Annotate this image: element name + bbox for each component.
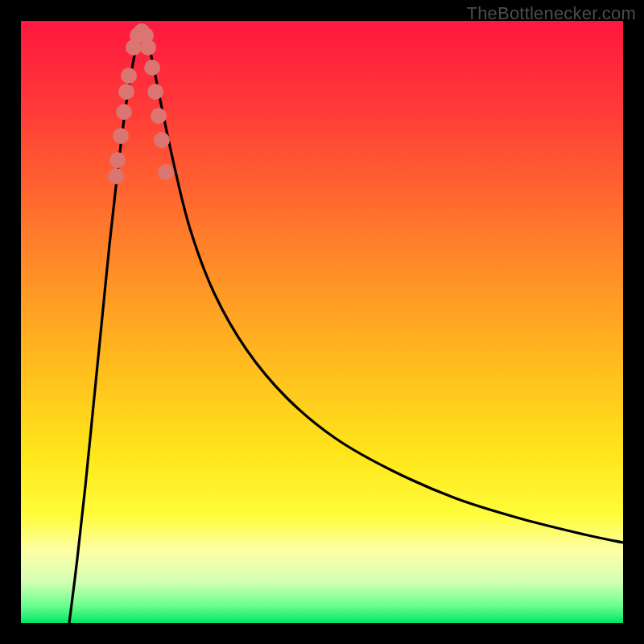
gradient-background xyxy=(21,21,623,623)
marker-point xyxy=(113,128,129,144)
marker-point xyxy=(158,164,174,180)
plot-svg xyxy=(21,21,623,623)
marker-point xyxy=(109,152,126,168)
marker-point xyxy=(151,108,167,124)
marker-point xyxy=(116,104,132,120)
marker-point xyxy=(140,39,156,56)
outer-frame: TheBottlenecker.com xyxy=(0,0,644,644)
marker-point xyxy=(144,60,160,76)
marker-point xyxy=(121,68,137,84)
marker-point xyxy=(118,84,134,100)
marker-point xyxy=(108,168,124,184)
plot-area xyxy=(21,21,623,623)
marker-point xyxy=(147,84,163,100)
marker-point xyxy=(154,132,170,148)
